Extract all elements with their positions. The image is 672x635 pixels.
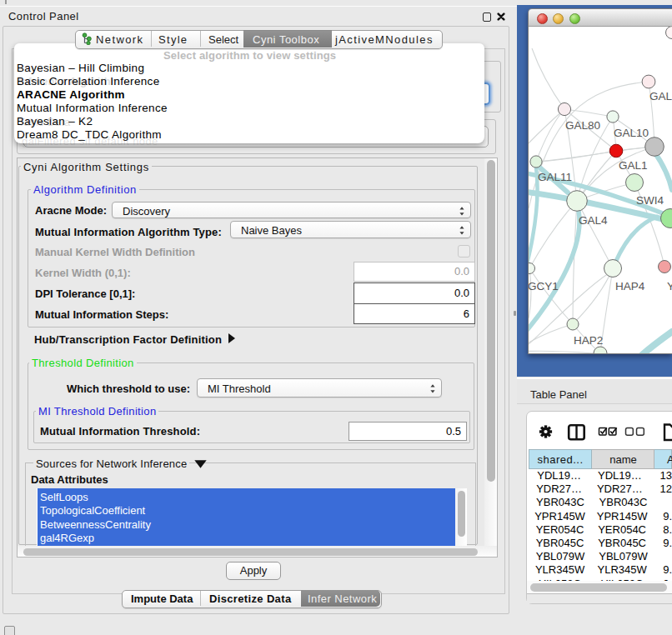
svg-text:SWI4: SWI4 — [636, 194, 664, 207]
svg-text:GAL4: GAL4 — [579, 214, 608, 227]
svg-text:GAL80: GAL80 — [565, 119, 600, 132]
svg-text:GCY1: GCY1 — [529, 280, 559, 292]
svg-text:HAP4: HAP4 — [615, 280, 645, 292]
svg-text:GAL1: GAL1 — [619, 159, 648, 172]
svg-text:HAP2: HAP2 — [574, 334, 603, 347]
svg-text:GAL7: GAL7 — [649, 90, 672, 102]
svg-text:GAL10: GAL10 — [614, 127, 649, 139]
svg-text:Y: Y — [667, 280, 672, 292]
svg-text:GAL11: GAL11 — [538, 171, 572, 183]
